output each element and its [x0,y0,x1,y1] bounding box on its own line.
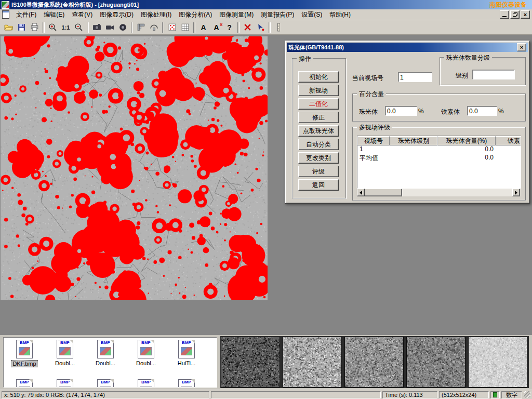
init-button[interactable]: 初始化 [298,71,339,83]
pointer-icon [256,23,265,32]
table-row[interactable]: 平均值 0.0 [357,154,521,162]
toolbar-separator [87,22,89,33]
scroll-left-button[interactable] [357,189,365,196]
dialog-title-bar[interactable]: 珠光体(GB/T9441-88) × [287,43,528,52]
mode-text: 数字 [501,391,522,398]
file-name[interactable]: Doubl... [54,360,76,366]
file-item[interactable]: BMP Doubl... [126,340,166,367]
save-icon [17,23,26,32]
live-button[interactable] [116,21,129,34]
menu-image-analysis[interactable]: 图像分析(A) [175,10,216,20]
file-item[interactable]: BMP [45,379,85,388]
percent-group: 百分含量 珠光体 % 铁素体 % [352,94,526,122]
thumbnail-image[interactable] [283,337,342,388]
menu-image-processing[interactable]: 图像处理(I) [137,10,175,20]
print-button[interactable] [28,21,41,34]
save-button[interactable] [15,21,28,34]
table-horizontal-scrollbar[interactable] [357,189,520,196]
pointer-button[interactable] [254,21,267,34]
auto-classify-button[interactable]: 自动分类 [298,139,339,150]
thumbnail-image[interactable] [406,337,466,388]
menu-image-display[interactable]: 图像显示(D) [96,10,137,20]
status-bar: x: 510 y: 79 idx: 0 RGB: (174, 174, 174)… [0,390,532,399]
ferrite-input[interactable] [467,106,497,116]
zoom-out-button[interactable] [72,21,85,34]
grid-button[interactable] [179,21,192,34]
thumbnail-image[interactable] [221,337,280,388]
micrometer-button[interactable] [148,21,161,34]
level-input[interactable] [472,70,515,79]
column-header-field[interactable]: 视场号 [357,136,390,145]
text-annotation-button[interactable]: A [197,21,210,34]
caliper-button[interactable] [135,21,148,34]
file-item[interactable]: BMP DKF.bmp [5,340,44,367]
file-name[interactable]: HuiTi... [177,360,196,366]
open-button[interactable] [2,21,15,34]
grid-points-button[interactable] [166,21,179,34]
thumbnail-image[interactable] [468,337,527,388]
scroll-right-button[interactable] [512,189,520,196]
thumbnail-image[interactable] [344,337,404,388]
dialog-close-button[interactable]: × [517,43,526,51]
column-header-ferrite[interactable]: 铁素 [496,136,521,145]
scrollbar-thumb[interactable] [365,189,402,196]
current-field-input[interactable] [398,72,432,82]
zoom-in-icon [48,23,57,32]
vendor-text: 南阳仪器设备 [489,1,532,9]
table-row[interactable]: 1 0.0 [357,145,521,154]
return-button[interactable]: 返回 [298,179,339,191]
metallographic-image[interactable] [1,36,268,300]
help-button[interactable]: ? [223,21,236,34]
change-class-button[interactable]: 更改类别 [298,152,339,164]
file-item[interactable]: BMP Doubl... [45,340,85,367]
app-icon[interactable] [2,1,9,9]
cell-content: 0.0 [437,145,496,154]
binarize-button[interactable]: 二值化 [298,98,339,110]
zoom-in-button[interactable] [46,21,59,34]
bmp-file-icon: BMP [16,379,33,388]
cell-level [390,145,437,154]
file-name[interactable]: Doubl... [135,360,157,366]
caliper-icon [137,23,145,32]
pick-pearlite-button[interactable]: 点取珠光体 [298,125,339,137]
image-size-text: (512x512x24) [439,391,489,398]
scrollbar-track[interactable] [365,189,512,196]
file-item[interactable]: BMP [126,379,166,388]
ruler-button[interactable] [272,21,285,34]
close-button[interactable]: × [521,10,530,19]
capture-button[interactable] [90,21,103,34]
column-header-level[interactable]: 珠光体级别 [390,136,437,145]
menu-settings[interactable]: 设置(S) [298,10,326,20]
file-item[interactable]: BMP HuiTi... [167,340,206,367]
grade-button[interactable]: 评级 [298,166,339,177]
file-item[interactable]: BMP [167,379,206,388]
menu-report[interactable]: 测量报告(P) [257,10,298,20]
actual-size-button[interactable]: 1:1 [59,21,72,34]
toolbar: 1:1 A A× ? [0,20,532,35]
file-name[interactable]: DKF.bmp [11,360,37,367]
resize-grip[interactable] [524,391,530,398]
text-delete-button[interactable]: A× [210,21,223,34]
new-field-button[interactable]: 新视场 [298,85,339,96]
minimize-button[interactable] [500,10,509,19]
document-icon[interactable] [2,10,9,19]
file-item[interactable]: BMP [86,379,125,388]
menu-edit[interactable]: 编辑(E) [40,10,68,20]
menu-help[interactable]: 帮助(H) [326,10,354,20]
delete-button[interactable] [241,21,254,34]
menu-view[interactable]: 查看(V) [68,10,96,20]
file-item[interactable]: BMP [5,379,44,388]
file-item[interactable]: BMP Doubl... [86,340,125,367]
menu-image-measure[interactable]: 图像测量(M) [216,10,257,20]
bmp-file-icon: BMP [16,340,33,358]
column-header-content[interactable]: 珠光体含量(%) [437,136,496,145]
video-button[interactable] [103,21,116,34]
toolbar-separator [131,22,133,33]
menu-file[interactable]: 文件(F) [12,10,40,20]
restore-button[interactable] [510,10,520,19]
pearlite-input[interactable] [385,106,417,116]
percent-group-label: 百分含量 [357,90,386,99]
toolbar-separator [162,22,164,33]
correct-button[interactable]: 修正 [298,112,339,123]
file-name[interactable]: Doubl... [95,360,116,366]
